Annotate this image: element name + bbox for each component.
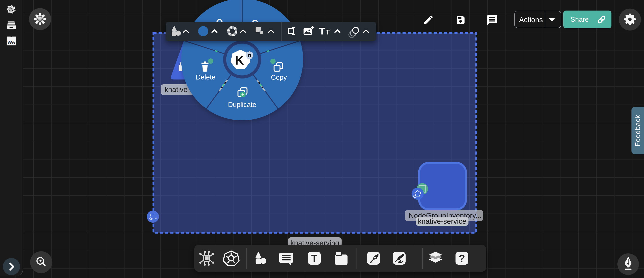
svg-text:Copy: Copy <box>271 74 287 81</box>
svg-text:Duplicate: Duplicate <box>228 101 256 109</box>
svg-text:?: ? <box>458 253 465 264</box>
svg-text:T: T <box>319 26 325 36</box>
svg-text:n: n <box>248 52 252 59</box>
svg-text:T: T <box>326 28 330 36</box>
svg-text:WA: WA <box>8 39 16 45</box>
svg-text:K: K <box>235 53 244 67</box>
svg-text:Delete: Delete <box>196 73 216 81</box>
svg-text:T: T <box>311 253 318 264</box>
